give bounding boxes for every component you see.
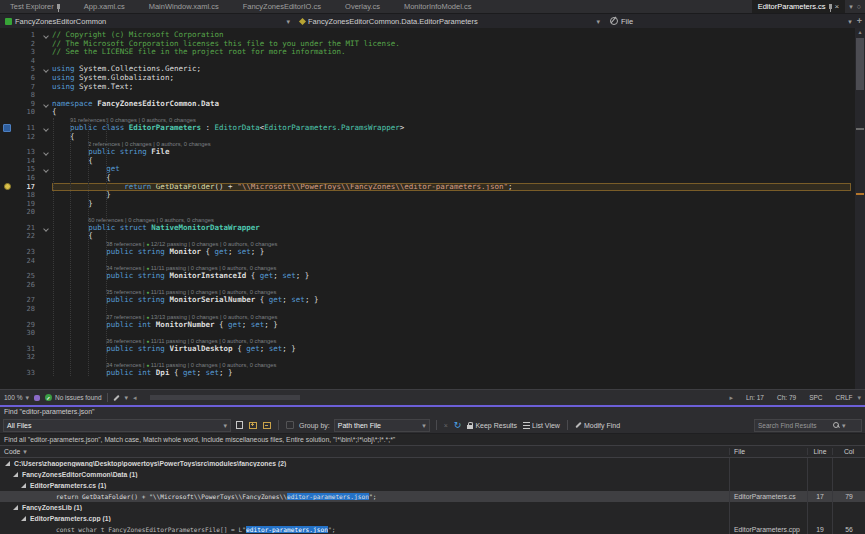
tree-expanded-icon[interactable]: [21, 516, 26, 521]
tab-test-explorer[interactable]: Test Explorer: [4, 0, 66, 13]
indent-guide: [70, 118, 71, 376]
code-editor[interactable]: 1// Copyright (c) Microsoft Corporation2…: [0, 28, 865, 389]
pin-icon[interactable]: [829, 4, 832, 9]
code-line: 11 public class EditorParameters : Edito…: [0, 124, 865, 133]
fold-margin[interactable]: [40, 67, 52, 72]
type-dropdown[interactable]: FancyZonesEditorCommon.Data.EditorParame…: [295, 14, 605, 28]
code-line: 14 {: [0, 157, 865, 166]
modify-find-label: Modify Find: [584, 422, 620, 429]
scroll-right-icon[interactable]: ▸: [729, 394, 733, 402]
project-dropdown[interactable]: FancyZonesEditorCommon ▾: [0, 14, 295, 28]
fold-margin[interactable]: [40, 33, 52, 38]
scroll-down-icon[interactable]: ▾: [857, 394, 861, 402]
line-number: 3: [14, 48, 40, 57]
tab-fancyzoneseditorio-cs[interactable]: FancyZonesEditorIO.cs: [237, 0, 327, 13]
scroll-left-icon[interactable]: ◂: [133, 394, 137, 402]
zoom-selector[interactable]: 100 % ▾: [4, 394, 29, 401]
lock-icon: [467, 422, 473, 429]
code-line: 24: [0, 257, 865, 266]
list-view-label: List View: [532, 422, 560, 429]
find-result-group-row[interactable]: EditorParameters.cs (1): [0, 480, 865, 491]
line-number: 6: [14, 74, 40, 83]
fold-chevron-icon: [43, 67, 49, 73]
find-result-group-row[interactable]: EditorParameters.cpp (1): [0, 513, 865, 524]
scrollbar-thumb[interactable]: [856, 38, 864, 90]
issues-indicator[interactable]: ✓ No issues found: [45, 394, 102, 401]
check-circle-icon: ✓: [45, 394, 52, 401]
find-result-match-row[interactable]: return GetDataFolder() + "\\Microsoft\\P…: [0, 491, 865, 502]
close-icon[interactable]: ×: [835, 3, 840, 11]
find-results-rows: C:\Users\zhaopengwang\Desktop\powertoys\…: [0, 458, 865, 534]
code-text: public string MonitorInstanceId { get; s…: [52, 272, 865, 281]
code-text: {: [52, 133, 865, 142]
tab-monitorinfomodel-cs[interactable]: MonitorInfoModel.cs: [398, 0, 478, 13]
margin-indicator-icon[interactable]: [3, 124, 11, 132]
list-view-button[interactable]: List View: [522, 422, 561, 429]
tab-list-dropdown-icon[interactable]: ▾: [849, 3, 853, 10]
keep-results-label: Keep Results: [475, 422, 517, 429]
indent-guide: [106, 118, 107, 376]
editor-health-icon[interactable]: [34, 395, 40, 401]
find-results-searchbox[interactable]: ▾: [754, 419, 862, 432]
column-header-col[interactable]: Col: [832, 448, 865, 455]
chevron-down-icon[interactable]: ▾: [842, 422, 846, 429]
tree-expanded-icon[interactable]: [13, 505, 18, 510]
tree-expanded-icon[interactable]: [21, 483, 26, 488]
find-result-group-row[interactable]: C:\Users\zhaopengwang\Desktop\powertoys\…: [0, 458, 865, 469]
fold-margin[interactable]: [40, 102, 52, 107]
column-header-line[interactable]: Line: [807, 448, 832, 455]
line-ending-indicator[interactable]: CRLF: [836, 394, 853, 401]
fold-margin[interactable]: [40, 167, 52, 172]
clear-results-button[interactable]: ×: [443, 422, 449, 429]
group-by-dropdown[interactable]: Path then File ▾: [334, 419, 430, 432]
column-header-file[interactable]: File: [729, 448, 807, 455]
member-dropdown[interactable]: File: [605, 14, 638, 28]
modify-find-button[interactable]: Modify Find: [574, 422, 621, 429]
scope-dropdown[interactable]: All Files ▾: [3, 419, 231, 432]
refresh-button[interactable]: ↻: [453, 420, 463, 430]
tree-expanded-icon[interactable]: [13, 472, 18, 477]
copy-icon: [236, 421, 243, 429]
spaces-indicator[interactable]: SPC: [809, 394, 822, 401]
fold-margin[interactable]: [40, 126, 52, 131]
quick-actions-bulb-icon[interactable]: [4, 183, 11, 190]
pin-icon[interactable]: [57, 4, 60, 9]
code-text: {: [52, 232, 865, 241]
editor-status-bar: 100 % ▾ ✓ No issues found ▾ ◂ ▸ Ln: 17 C…: [0, 389, 865, 405]
match-highlight: editor-parameters.json: [246, 526, 328, 533]
collapse-all-button[interactable]: [262, 422, 272, 429]
result-file: [729, 469, 807, 480]
code-line: 13 public string File: [0, 148, 865, 157]
column-header-code[interactable]: Code ▾: [0, 448, 729, 455]
code-text: public int MonitorNumber { get; set; }: [52, 321, 865, 330]
tab-app-xaml-cs[interactable]: App.xaml.cs: [78, 0, 131, 13]
search-input[interactable]: [758, 422, 830, 429]
chevron-down-icon[interactable]: ▾: [125, 394, 129, 401]
copy-button[interactable]: [235, 421, 244, 429]
fold-margin[interactable]: [40, 150, 52, 155]
fold-margin[interactable]: [40, 226, 52, 231]
member-name: File: [621, 17, 633, 26]
tab-overlay-cs[interactable]: Overlay.cs: [339, 0, 386, 13]
chevron-down-icon[interactable]: ▾: [848, 18, 852, 25]
tab-mainwindow-xaml-cs[interactable]: MainWindow.xaml.cs: [143, 0, 225, 13]
sync-button[interactable]: [285, 421, 295, 429]
tree-expanded-icon[interactable]: [5, 461, 10, 466]
keep-results-button[interactable]: Keep Results: [466, 422, 518, 429]
horizontal-scrollbar[interactable]: [142, 394, 725, 401]
find-result-match-row[interactable]: const wchar_t FancyZonesEditorParameters…: [0, 524, 865, 534]
tab-editorparameters[interactable]: EditorParameters.cs ×: [752, 0, 846, 13]
scroll-up-icon[interactable]: ▴: [855, 28, 865, 36]
split-editor-icon[interactable]: +: [857, 16, 862, 26]
line-number: 28: [14, 305, 40, 314]
tracked-changes-icon[interactable]: [113, 394, 119, 400]
scrollbar-thumb[interactable]: [150, 395, 300, 400]
result-text: return GetDataFolder() + "\\Microsoft\\P…: [0, 493, 729, 500]
editor-vertical-scrollbar[interactable]: ▴: [855, 28, 865, 389]
find-result-group-row[interactable]: FancyZonesEditorCommon\Data (1): [0, 469, 865, 480]
expand-all-button[interactable]: [248, 422, 258, 429]
tab-options-icon[interactable]: ○: [857, 3, 861, 10]
code-text: public string File: [52, 148, 865, 157]
result-col: [832, 469, 865, 480]
find-result-group-row[interactable]: FancyZonesLib (1): [0, 502, 865, 513]
